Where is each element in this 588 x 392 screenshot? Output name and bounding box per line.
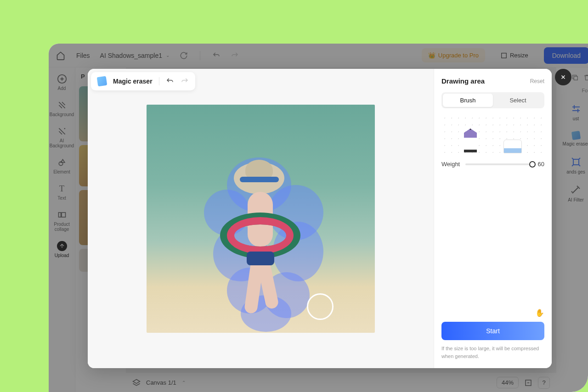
undo-icon[interactable] bbox=[166, 77, 174, 85]
close-icon bbox=[560, 74, 566, 80]
modal-canvas-area: Magic eraser bbox=[88, 69, 434, 368]
tool-name: Magic eraser bbox=[113, 78, 153, 85]
magic-eraser-modal: Magic eraser bbox=[88, 69, 552, 368]
canvas-image[interactable] bbox=[147, 105, 375, 333]
select-mode-button[interactable]: Select bbox=[493, 94, 543, 107]
divider bbox=[159, 77, 159, 85]
slider-thumb[interactable] bbox=[529, 161, 536, 168]
eraser-tool[interactable] bbox=[503, 140, 522, 153]
magic-eraser-icon bbox=[97, 76, 107, 87]
hand-cursor-icon: ✋ bbox=[535, 308, 544, 317]
modal-sidebar: Drawing area Reset Brush Select Weight 6… bbox=[434, 69, 552, 368]
reset-button[interactable]: Reset bbox=[530, 78, 544, 84]
weight-value: 60 bbox=[538, 161, 544, 168]
pencil-tool[interactable] bbox=[464, 129, 477, 152]
hint-text: If the size is too large, it will be com… bbox=[441, 345, 544, 360]
weight-slider[interactable] bbox=[465, 163, 532, 165]
brush-cursor bbox=[307, 293, 334, 320]
brush-mask bbox=[213, 157, 323, 327]
brush-mode-button[interactable]: Brush bbox=[443, 94, 493, 107]
mode-segment: Brush Select bbox=[441, 92, 544, 108]
drawing-area-title: Drawing area bbox=[441, 77, 485, 85]
start-button[interactable]: Start bbox=[441, 322, 544, 340]
close-button[interactable] bbox=[555, 69, 571, 85]
redo-icon[interactable] bbox=[181, 77, 189, 85]
tool-icons-panel bbox=[441, 115, 544, 153]
weight-label: Weight bbox=[441, 161, 460, 168]
tool-pill: Magic eraser bbox=[91, 72, 195, 90]
